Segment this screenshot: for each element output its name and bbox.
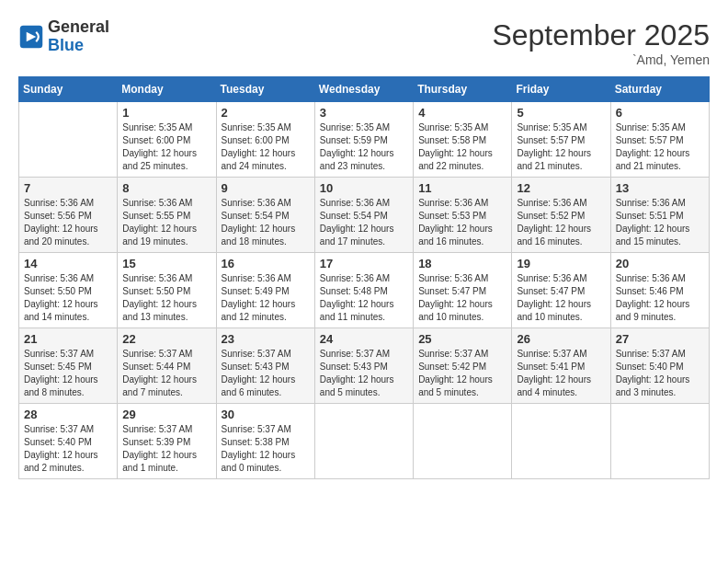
calendar-cell: 11Sunrise: 5:36 AM Sunset: 5:53 PM Dayli… bbox=[414, 178, 512, 253]
day-number: 30 bbox=[222, 408, 310, 421]
cell-info: Sunrise: 5:36 AM Sunset: 5:54 PM Dayligh… bbox=[222, 197, 310, 248]
calendar-cell: 15Sunrise: 5:36 AM Sunset: 5:50 PM Dayli… bbox=[118, 253, 216, 328]
title-block: September 2025 `Amd, Yemen bbox=[492, 18, 710, 67]
calendar-week-5: 28Sunrise: 5:37 AM Sunset: 5:40 PM Dayli… bbox=[19, 404, 710, 479]
cell-info: Sunrise: 5:36 AM Sunset: 5:53 PM Dayligh… bbox=[418, 197, 506, 248]
calendar-cell: 1Sunrise: 5:35 AM Sunset: 6:00 PM Daylig… bbox=[118, 102, 216, 178]
day-number: 24 bbox=[320, 332, 408, 346]
cell-info: Sunrise: 5:36 AM Sunset: 5:50 PM Dayligh… bbox=[24, 272, 112, 324]
calendar-cell: 22Sunrise: 5:37 AM Sunset: 5:44 PM Dayli… bbox=[118, 328, 216, 404]
day-number: 4 bbox=[418, 106, 506, 120]
day-number: 8 bbox=[122, 181, 210, 195]
day-number: 25 bbox=[418, 332, 506, 346]
cell-info: Sunrise: 5:36 AM Sunset: 5:47 PM Dayligh… bbox=[517, 272, 605, 324]
calendar-cell bbox=[19, 102, 118, 178]
calendar-cell: 16Sunrise: 5:36 AM Sunset: 5:49 PM Dayli… bbox=[216, 253, 314, 328]
day-number: 19 bbox=[517, 257, 605, 270]
cell-info: Sunrise: 5:36 AM Sunset: 5:51 PM Dayligh… bbox=[616, 197, 704, 248]
cell-info: Sunrise: 5:35 AM Sunset: 5:59 PM Dayligh… bbox=[320, 121, 408, 173]
day-number: 17 bbox=[320, 257, 408, 270]
cell-info: Sunrise: 5:37 AM Sunset: 5:43 PM Dayligh… bbox=[320, 348, 408, 399]
calendar-cell: 6Sunrise: 5:35 AM Sunset: 5:57 PM Daylig… bbox=[610, 102, 709, 178]
weekday-header-thursday: Thursday bbox=[414, 77, 512, 102]
weekday-header-wednesday: Wednesday bbox=[314, 77, 413, 102]
day-number: 14 bbox=[24, 257, 112, 270]
cell-info: Sunrise: 5:37 AM Sunset: 5:40 PM Dayligh… bbox=[24, 423, 112, 475]
day-number: 13 bbox=[616, 181, 704, 195]
day-number: 12 bbox=[517, 181, 605, 195]
calendar-cell: 24Sunrise: 5:37 AM Sunset: 5:43 PM Dayli… bbox=[314, 328, 413, 404]
logo-icon bbox=[18, 24, 44, 50]
calendar-cell bbox=[512, 404, 610, 479]
calendar-cell: 25Sunrise: 5:37 AM Sunset: 5:42 PM Dayli… bbox=[414, 328, 512, 404]
calendar-cell: 19Sunrise: 5:36 AM Sunset: 5:47 PM Dayli… bbox=[512, 253, 610, 328]
logo-line2: Blue bbox=[48, 37, 109, 55]
cell-info: Sunrise: 5:36 AM Sunset: 5:56 PM Dayligh… bbox=[24, 197, 112, 248]
cell-info: Sunrise: 5:35 AM Sunset: 6:00 PM Dayligh… bbox=[122, 121, 210, 173]
calendar-cell bbox=[414, 404, 512, 479]
day-number: 6 bbox=[616, 106, 704, 120]
page-header: General Blue September 2025 `Amd, Yemen bbox=[18, 18, 710, 67]
calendar-cell: 18Sunrise: 5:36 AM Sunset: 5:47 PM Dayli… bbox=[414, 253, 512, 328]
weekday-header-monday: Monday bbox=[118, 77, 216, 102]
cell-info: Sunrise: 5:36 AM Sunset: 5:48 PM Dayligh… bbox=[320, 272, 408, 324]
day-number: 10 bbox=[320, 181, 408, 195]
month-title: September 2025 bbox=[492, 18, 710, 52]
day-number: 15 bbox=[122, 257, 210, 270]
day-number: 1 bbox=[122, 106, 210, 120]
cell-info: Sunrise: 5:36 AM Sunset: 5:52 PM Dayligh… bbox=[517, 197, 605, 248]
calendar-table: SundayMondayTuesdayWednesdayThursdayFrid… bbox=[18, 76, 710, 479]
cell-info: Sunrise: 5:36 AM Sunset: 5:46 PM Dayligh… bbox=[616, 272, 704, 324]
day-number: 22 bbox=[122, 332, 210, 346]
calendar-cell: 12Sunrise: 5:36 AM Sunset: 5:52 PM Dayli… bbox=[512, 178, 610, 253]
logo-line1: General bbox=[48, 18, 109, 37]
day-number: 29 bbox=[122, 408, 210, 421]
day-number: 20 bbox=[616, 257, 704, 270]
calendar-cell: 30Sunrise: 5:37 AM Sunset: 5:38 PM Dayli… bbox=[216, 404, 314, 479]
calendar-cell: 26Sunrise: 5:37 AM Sunset: 5:41 PM Dayli… bbox=[512, 328, 610, 404]
calendar-cell: 29Sunrise: 5:37 AM Sunset: 5:39 PM Dayli… bbox=[118, 404, 216, 479]
calendar-cell: 23Sunrise: 5:37 AM Sunset: 5:43 PM Dayli… bbox=[216, 328, 314, 404]
calendar-cell: 3Sunrise: 5:35 AM Sunset: 5:59 PM Daylig… bbox=[314, 102, 413, 178]
day-number: 27 bbox=[616, 332, 704, 346]
calendar-week-1: 1Sunrise: 5:35 AM Sunset: 6:00 PM Daylig… bbox=[19, 102, 710, 178]
calendar-week-3: 14Sunrise: 5:36 AM Sunset: 5:50 PM Dayli… bbox=[19, 253, 710, 328]
day-number: 7 bbox=[24, 181, 112, 195]
cell-info: Sunrise: 5:36 AM Sunset: 5:55 PM Dayligh… bbox=[122, 197, 210, 248]
calendar-cell: 7Sunrise: 5:36 AM Sunset: 5:56 PM Daylig… bbox=[19, 178, 118, 253]
calendar-cell: 21Sunrise: 5:37 AM Sunset: 5:45 PM Dayli… bbox=[19, 328, 118, 404]
cell-info: Sunrise: 5:37 AM Sunset: 5:40 PM Dayligh… bbox=[616, 348, 704, 399]
calendar-cell: 10Sunrise: 5:36 AM Sunset: 5:54 PM Dayli… bbox=[314, 178, 413, 253]
weekday-header-saturday: Saturday bbox=[610, 77, 709, 102]
weekday-header-friday: Friday bbox=[512, 77, 610, 102]
calendar-week-4: 21Sunrise: 5:37 AM Sunset: 5:45 PM Dayli… bbox=[19, 328, 710, 404]
cell-info: Sunrise: 5:36 AM Sunset: 5:54 PM Dayligh… bbox=[320, 197, 408, 248]
calendar-cell: 2Sunrise: 5:35 AM Sunset: 6:00 PM Daylig… bbox=[216, 102, 314, 178]
logo: General Blue bbox=[18, 18, 109, 55]
cell-info: Sunrise: 5:37 AM Sunset: 5:39 PM Dayligh… bbox=[122, 423, 210, 475]
day-number: 26 bbox=[517, 332, 605, 346]
location: `Amd, Yemen bbox=[492, 52, 710, 67]
weekday-header-tuesday: Tuesday bbox=[216, 77, 314, 102]
day-number: 3 bbox=[320, 106, 408, 120]
cell-info: Sunrise: 5:36 AM Sunset: 5:50 PM Dayligh… bbox=[122, 272, 210, 324]
cell-info: Sunrise: 5:37 AM Sunset: 5:38 PM Dayligh… bbox=[222, 423, 310, 475]
calendar-cell bbox=[610, 404, 709, 479]
calendar-cell: 28Sunrise: 5:37 AM Sunset: 5:40 PM Dayli… bbox=[19, 404, 118, 479]
cell-info: Sunrise: 5:36 AM Sunset: 5:47 PM Dayligh… bbox=[418, 272, 506, 324]
day-number: 9 bbox=[222, 181, 310, 195]
cell-info: Sunrise: 5:35 AM Sunset: 5:57 PM Dayligh… bbox=[616, 121, 704, 173]
calendar-cell: 17Sunrise: 5:36 AM Sunset: 5:48 PM Dayli… bbox=[314, 253, 413, 328]
calendar-cell: 27Sunrise: 5:37 AM Sunset: 5:40 PM Dayli… bbox=[610, 328, 709, 404]
calendar-cell bbox=[314, 404, 413, 479]
day-number: 23 bbox=[222, 332, 310, 346]
cell-info: Sunrise: 5:35 AM Sunset: 5:58 PM Dayligh… bbox=[418, 121, 506, 173]
calendar-cell: 5Sunrise: 5:35 AM Sunset: 5:57 PM Daylig… bbox=[512, 102, 610, 178]
calendar-cell: 20Sunrise: 5:36 AM Sunset: 5:46 PM Dayli… bbox=[610, 253, 709, 328]
calendar-cell: 13Sunrise: 5:36 AM Sunset: 5:51 PM Dayli… bbox=[610, 178, 709, 253]
day-number: 2 bbox=[222, 106, 310, 120]
day-number: 18 bbox=[418, 257, 506, 270]
cell-info: Sunrise: 5:37 AM Sunset: 5:42 PM Dayligh… bbox=[418, 348, 506, 399]
cell-info: Sunrise: 5:35 AM Sunset: 6:00 PM Dayligh… bbox=[222, 121, 310, 173]
cell-info: Sunrise: 5:37 AM Sunset: 5:45 PM Dayligh… bbox=[24, 348, 112, 399]
